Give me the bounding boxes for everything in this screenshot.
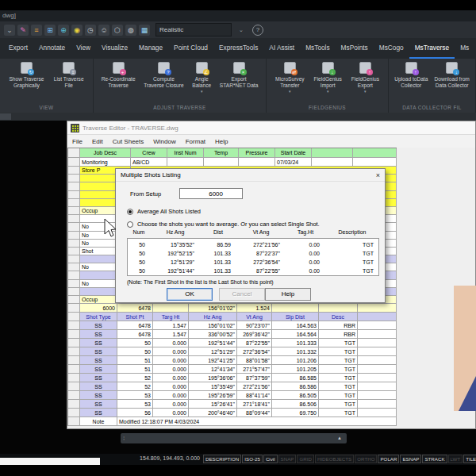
table-cell[interactable]: 0.000	[153, 347, 189, 356]
table-cell[interactable]: 86.585	[272, 374, 319, 382]
face-icon[interactable]: ☺	[98, 25, 109, 36]
table-cell[interactable]	[68, 391, 80, 400]
table-cell[interactable]: 0.000	[153, 365, 189, 374]
cancel-button[interactable]: Cancel	[219, 288, 265, 301]
table-cell[interactable]: SS	[80, 374, 117, 382]
table-cell[interactable]	[68, 199, 80, 207]
node-tool-icon[interactable]: ⊕	[58, 25, 69, 36]
status-toggle-iso-25[interactable]: ISO-25	[242, 455, 263, 463]
table-cell[interactable]: 195°36'06"	[189, 374, 237, 382]
table-cell[interactable]	[68, 223, 80, 231]
table-cell[interactable]	[68, 271, 80, 279]
status-toggle-hideobjects[interactable]: HIDEOBJECTS	[315, 455, 354, 463]
table-cell[interactable]: 1.547	[153, 330, 189, 339]
table-cell[interactable]: 1.547	[153, 321, 189, 330]
table-cell[interactable]: SS	[80, 321, 117, 330]
menu-cut-sheets[interactable]: Cut Sheets	[113, 138, 144, 145]
menu-file[interactable]: File	[72, 138, 83, 145]
table-cell[interactable]	[167, 158, 204, 167]
table-cell[interactable]: 51	[117, 356, 153, 365]
table-cell[interactable]: AB/CD	[131, 158, 167, 167]
radio-average-all[interactable]: Average All Shots Listed	[127, 208, 201, 215]
table-cell[interactable]	[68, 248, 80, 255]
table-cell[interactable]: 56	[117, 409, 153, 417]
table-cell[interactable]: 271°18'41"	[237, 400, 272, 409]
ribbon-button-microsurvey-transfer[interactable]: ⇄MicroSurveyTransfer▾	[274, 62, 305, 103]
table-cell[interactable]: 0.000	[153, 374, 189, 382]
bulb-icon[interactable]: ◉	[71, 25, 83, 36]
table-cell[interactable]: 88°01'58"	[237, 356, 272, 365]
table-cell[interactable]: TGT	[319, 374, 358, 382]
list-item[interactable]: 5015°35'52"86.59272°21'56"0.00TGT	[128, 240, 378, 249]
table-cell[interactable]: 12°41'34"	[189, 365, 237, 374]
table-cell[interactable]	[68, 330, 80, 339]
table-cell[interactable]: 6478	[117, 321, 153, 330]
table-cell[interactable]: SS	[80, 409, 117, 417]
tab-mspoints[interactable]: MsPoints	[336, 38, 374, 59]
table-cell[interactable]: SS	[80, 356, 117, 365]
table-cell[interactable]	[68, 382, 80, 391]
table-cell[interactable]	[358, 330, 397, 339]
status-toggle-civil[interactable]: Civil	[263, 455, 278, 463]
table-cell[interactable]: 69.750	[272, 409, 319, 417]
table-cell[interactable]	[358, 409, 397, 417]
table-cell[interactable]: 192°41'25"	[189, 356, 237, 365]
table-cell[interactable]: RBR	[319, 321, 358, 330]
ribbon-button-fieldgenius-import[interactable]: ↓FieldGeniusImport▾	[313, 62, 343, 103]
table-cell[interactable]	[68, 288, 80, 296]
table-cell[interactable]	[68, 263, 80, 271]
ribbon-button-upload-todata-collector[interactable]: ↑Upload toDataCollector	[393, 62, 428, 103]
tab-ms[interactable]: Ms	[455, 38, 474, 59]
table-cell[interactable]	[68, 158, 80, 167]
table-cell[interactable]: 0.000	[153, 400, 189, 409]
visual-style-icon[interactable]: ▦	[139, 25, 150, 36]
table-cell[interactable]: 86.506	[272, 400, 319, 409]
tab-export[interactable]: Export	[3, 38, 33, 59]
table-cell[interactable]: 53	[117, 400, 153, 409]
tab-point-cloud[interactable]: Point Cloud	[168, 38, 213, 59]
table-cell[interactable]	[358, 321, 397, 330]
table-cell[interactable]	[358, 365, 397, 374]
ribbon-button-list-traverse-file[interactable]: ≡List TraverseFile	[53, 62, 85, 103]
menu-window[interactable]: Window	[153, 138, 175, 145]
table-cell[interactable]: 15°35'49"	[189, 382, 237, 391]
command-input-field[interactable]	[0, 458, 100, 465]
tab-ai-assist[interactable]: AI Assist	[263, 38, 300, 59]
table-cell[interactable]	[239, 158, 275, 167]
table-cell[interactable]: 53	[117, 391, 153, 400]
table-cell[interactable]: 0.000	[153, 339, 189, 347]
table-cell[interactable]: Note	[80, 417, 117, 426]
status-toggle-tile[interactable]: TILE	[463, 455, 476, 463]
status-toggle-polar[interactable]: POLAR	[378, 455, 399, 463]
tab-manage[interactable]: Manage	[133, 38, 168, 59]
table-cell[interactable]	[68, 417, 80, 426]
status-toggle-esnap[interactable]: ESNAP	[400, 455, 421, 463]
table-cell[interactable]	[68, 347, 80, 356]
table-cell[interactable]: 269°36'42"	[237, 330, 272, 339]
table-cell[interactable]: TGT	[319, 409, 358, 417]
table-cell[interactable]: TGT	[319, 356, 358, 365]
table-cell[interactable]: 52	[117, 382, 153, 391]
tab-mstools[interactable]: MsTools	[300, 38, 335, 59]
table-cell[interactable]	[204, 158, 239, 167]
table-cell[interactable]: 52	[117, 374, 153, 382]
table-cell[interactable]	[68, 240, 80, 248]
menu-edit[interactable]: Edit	[92, 138, 103, 145]
ribbon-button-export-starnet-data[interactable]: ×ExportSTAR*NET Data	[219, 62, 259, 103]
table-cell[interactable]	[68, 365, 80, 374]
table-cell[interactable]: 1.524	[237, 304, 272, 313]
table-cell[interactable]: TGT	[319, 391, 358, 400]
table-cell[interactable]: 0.000	[153, 391, 189, 400]
command-bar[interactable]: ⁞ ▲	[121, 433, 347, 443]
status-toggle-description[interactable]: DESCRIPTION	[203, 455, 241, 463]
tab-expresstools[interactable]: ExpressTools	[213, 38, 263, 59]
table-cell[interactable]: 86.586	[272, 382, 319, 391]
table-cell[interactable]: SS	[80, 365, 117, 374]
shots-listbox[interactable]: 5015°35'52"86.59272°21'56"0.00TGT50192°5…	[127, 238, 379, 276]
table-cell[interactable]: TGT	[319, 400, 358, 409]
table-cell[interactable]: 86.505	[272, 391, 319, 400]
table-cell[interactable]: 50	[117, 339, 153, 347]
table-cell[interactable]: SS	[80, 382, 117, 391]
table-cell[interactable]: SS	[80, 391, 117, 400]
table-cell[interactable]	[68, 207, 80, 215]
